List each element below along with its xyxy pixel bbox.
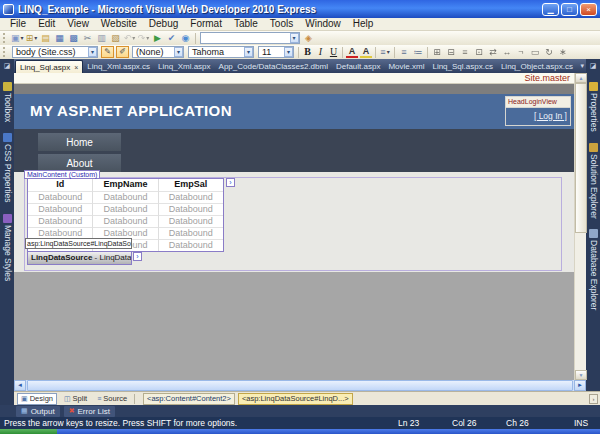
horizontal-scrollbar[interactable]: [14, 380, 586, 391]
highlight-icon[interactable]: A: [360, 47, 372, 58]
manage-style-toggle[interactable]: ✐: [116, 46, 129, 58]
content-placeholder-label[interactable]: MainContent (Custom): [24, 170, 100, 179]
login-link[interactable]: [ Log In ]: [506, 108, 570, 121]
horizontal-scroll-thumb[interactable]: [27, 380, 573, 391]
maximize-button[interactable]: □: [561, 3, 578, 16]
toolbar-icon[interactable]: ↷: [137, 32, 151, 44]
toolbar-icon[interactable]: ↶: [123, 32, 137, 44]
combo-arrow-icon[interactable]: [284, 47, 293, 57]
source-view-button[interactable]: ≡ Source: [94, 393, 130, 405]
toolbar-icon[interactable]: ▶: [151, 32, 165, 44]
menu-item[interactable]: Edit: [32, 18, 61, 30]
menu-item[interactable]: Format: [184, 18, 228, 30]
toolbar-icon[interactable]: ▩: [67, 32, 81, 44]
nav-button[interactable]: Home: [38, 133, 121, 151]
scroll-up-icon[interactable]: [575, 73, 587, 83]
alignment-dropdown[interactable]: ≡: [378, 46, 392, 58]
disabled-toolbar-icon: ↔: [500, 46, 514, 58]
document-tab[interactable]: Default.aspx: [332, 60, 384, 73]
document-tab[interactable]: Linq_Sql.aspx.cs: [428, 60, 496, 73]
document-tab[interactable]: Linq_Sql.aspx: [15, 60, 83, 73]
minimize-button[interactable]: ▁: [542, 3, 559, 16]
linqdatasource-control[interactable]: LinqDataSource - LinqDataSource1: [27, 251, 132, 265]
view-switch-bar: ▣ Design ◫ Split ≡ Source <asp:Content#C…: [14, 391, 600, 405]
underline-button[interactable]: U: [327, 46, 340, 58]
italic-button[interactable]: I: [314, 46, 327, 58]
start-button-fragment[interactable]: [0, 429, 57, 434]
toolbar-icon[interactable]: ✔: [165, 32, 179, 44]
menu-item[interactable]: Help: [347, 18, 380, 30]
panel-tab-icon: [3, 214, 12, 223]
find-combo[interactable]: [200, 32, 300, 44]
combo-arrow-icon[interactable]: [244, 47, 253, 57]
menu-item[interactable]: Table: [228, 18, 264, 30]
bullet-list-icon[interactable]: ≡: [397, 46, 411, 58]
toolbar-grip[interactable]: [3, 47, 7, 57]
numbered-list-icon[interactable]: ≔: [411, 46, 425, 58]
browse-with-icon[interactable]: ◈: [302, 32, 316, 44]
toolbar-icon[interactable]: ▥: [95, 32, 109, 44]
design-view-button[interactable]: ▣ Design: [17, 393, 57, 405]
master-page-link[interactable]: Site.master: [524, 73, 570, 83]
toolbar-icon[interactable]: ✂: [81, 32, 95, 44]
menu-item[interactable]: Window: [299, 18, 347, 30]
toolbar-icon[interactable]: ⊞: [25, 32, 39, 44]
vertical-scroll-thumb[interactable]: [575, 83, 587, 233]
toolbar-icon[interactable]: ▦: [53, 32, 67, 44]
document-tab[interactable]: Linq_Xml.aspx: [154, 60, 214, 73]
tag-navigator-item[interactable]: <asp:LinqDataSource#LinqD...>: [238, 393, 353, 405]
menu-item[interactable]: View: [61, 18, 95, 30]
grid-cell: Databound: [159, 227, 223, 239]
menu-item[interactable]: Website: [95, 18, 143, 30]
combo-arrow-icon[interactable]: [290, 33, 299, 43]
right-panel-tab[interactable]: Database Explorer: [587, 227, 600, 310]
standard-toolbar: ▣⊞▤▦▩✂▥▧↶↷▶✔◉ ◈: [0, 31, 600, 45]
right-panel-tab[interactable]: Properties: [587, 80, 600, 132]
site-title: MY ASP.NET APPLICATION: [30, 102, 232, 119]
scroll-left-icon[interactable]: [14, 380, 26, 391]
document-tab[interactable]: App_Code/DataClasses2.dbml: [215, 60, 332, 73]
left-panel-tab[interactable]: Toolbox: [1, 80, 14, 122]
tag-navigator-item[interactable]: <asp:Content#Content2>: [143, 393, 235, 405]
tab-overflow-icon[interactable]: [580, 62, 584, 70]
ide-window: LINQ_Example - Microsoft Visual Web Deve…: [0, 0, 600, 434]
apply-style-toggle[interactable]: ✎: [101, 46, 114, 58]
target-rule-combo[interactable]: (None): [132, 46, 184, 58]
error-list-tab[interactable]: ✖ Error List: [64, 406, 115, 417]
scroll-down-icon[interactable]: [575, 370, 587, 380]
scroll-right-icon[interactable]: [574, 380, 586, 391]
window-controls: ▁ □ ×: [542, 3, 597, 16]
disabled-toolbar-icon: ⊟: [444, 46, 458, 58]
toolbar-icon[interactable]: ▣: [10, 32, 25, 44]
left-panel-tab[interactable]: Manage Styles: [1, 212, 14, 281]
toolbar-icon[interactable]: ◉: [179, 32, 193, 44]
document-tab[interactable]: Movie.xml: [384, 60, 428, 73]
font-size-combo[interactable]: 11: [258, 46, 294, 58]
gridview-smart-tag[interactable]: ›: [226, 178, 235, 187]
toolbar-grip[interactable]: [3, 33, 7, 43]
style-combo[interactable]: body (Site.css): [12, 46, 98, 58]
output-tab[interactable]: ▦ Output: [16, 406, 60, 417]
menu-item[interactable]: Tools: [264, 18, 299, 30]
menu-item[interactable]: Debug: [143, 18, 184, 30]
close-icon[interactable]: [74, 64, 78, 71]
document-tab[interactable]: Linq_Object.aspx.cs: [497, 60, 577, 73]
bold-button[interactable]: B: [301, 46, 314, 58]
combo-arrow-icon[interactable]: [174, 47, 183, 57]
right-panel-tab[interactable]: Solution Explorer: [587, 141, 600, 219]
datasource-smart-tag[interactable]: ›: [133, 252, 142, 261]
close-button[interactable]: ×: [580, 3, 597, 16]
split-view-button[interactable]: ◫ Split: [61, 393, 90, 405]
left-panel-tab[interactable]: CSS Properties: [1, 131, 14, 203]
grid-cell: Databound: [159, 239, 223, 251]
font-family-combo[interactable]: Tahoma: [188, 46, 254, 58]
toolbar-icon[interactable]: ▤: [39, 32, 53, 44]
combo-arrow-icon[interactable]: [88, 47, 97, 57]
separator: [427, 47, 428, 58]
tag-navigator-more-icon[interactable]: [589, 394, 598, 404]
menu-item[interactable]: File: [4, 18, 32, 30]
document-tab[interactable]: Linq_Xml.aspx.cs: [83, 60, 154, 73]
font-color-icon[interactable]: A: [346, 47, 358, 58]
vertical-scrollbar[interactable]: [574, 73, 586, 380]
toolbar-icon[interactable]: ▧: [109, 32, 123, 44]
